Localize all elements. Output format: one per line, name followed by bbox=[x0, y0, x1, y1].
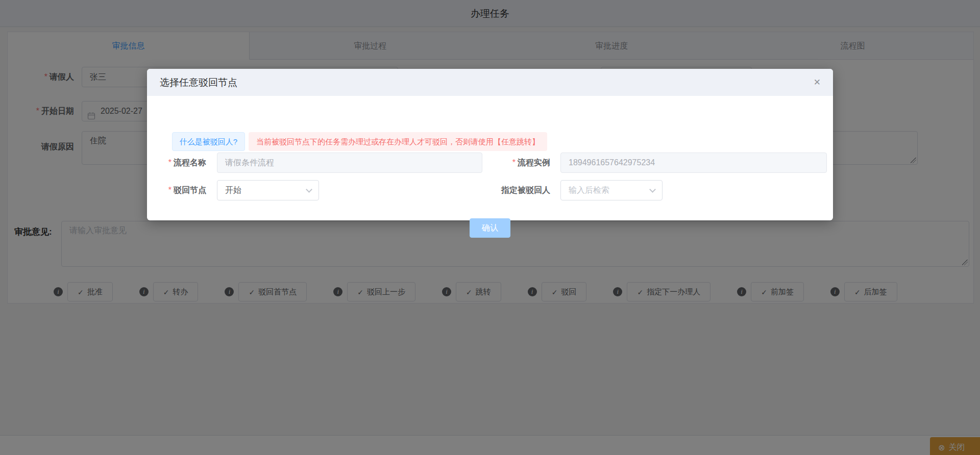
dialog-header: 选择任意驳回节点 ✕ bbox=[147, 69, 833, 96]
reject-node-value: 开始 bbox=[225, 186, 241, 194]
reject-node-dialog: 选择任意驳回节点 ✕ 什么是被驳回人? 当前被驳回节点下的任务需办理过或存在办理… bbox=[147, 69, 833, 220]
rejected-person-label: 指定被驳回人 bbox=[453, 180, 550, 200]
process-instance-label: 流程实例 bbox=[474, 153, 550, 173]
dialog-body: 什么是被驳回人? 当前被驳回节点下的任务需办理过或存在办理人才可驳回，否则请使用… bbox=[147, 96, 833, 220]
process-instance-input bbox=[560, 153, 827, 173]
help-tag[interactable]: 什么是被驳回人? bbox=[172, 132, 245, 151]
reject-warning-alert: 当前被驳回节点下的任务需办理过或存在办理人才可驳回，否则请使用【任意跳转】 bbox=[249, 132, 547, 151]
confirm-button[interactable]: 确认 bbox=[470, 218, 510, 238]
process-name-input bbox=[217, 153, 482, 173]
rejected-person-select[interactable]: 输入后检索 bbox=[560, 180, 663, 200]
process-name-label: 流程名称 bbox=[147, 153, 206, 173]
dialog-title: 选择任意驳回节点 bbox=[160, 69, 237, 96]
chevron-down-icon bbox=[649, 186, 656, 193]
chevron-down-icon bbox=[306, 186, 312, 193]
rejected-person-placeholder: 输入后检索 bbox=[569, 186, 609, 194]
reject-node-label: 驳回节点 bbox=[147, 180, 206, 200]
dialog-close-icon[interactable]: ✕ bbox=[814, 69, 821, 96]
reject-node-select[interactable]: 开始 bbox=[217, 180, 319, 200]
